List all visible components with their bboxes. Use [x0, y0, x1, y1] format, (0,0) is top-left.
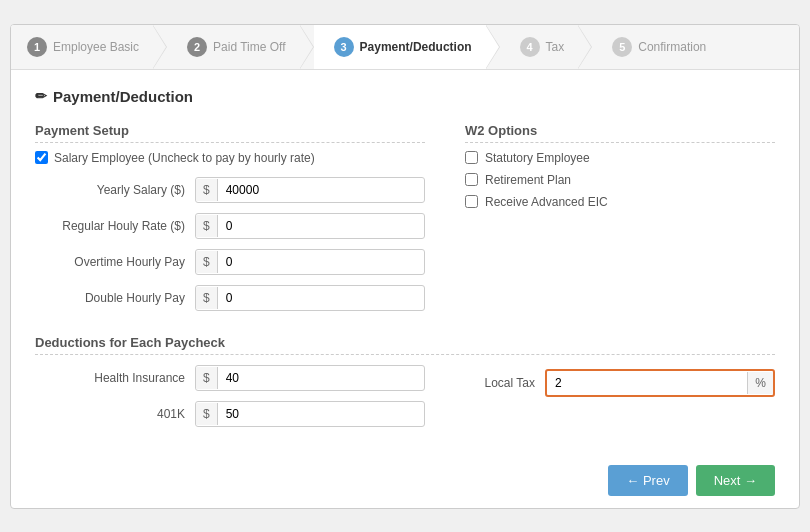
regular-hourly-row: Regular Houly Rate ($) $	[35, 213, 425, 239]
401k-input[interactable]	[218, 402, 424, 426]
yearly-salary-input[interactable]	[218, 178, 424, 202]
content-area: ✏ Payment/Deduction Payment Setup Salary…	[11, 70, 799, 453]
retirement-plan-checkbox[interactable]	[465, 173, 478, 186]
deductions-right: Local Tax %	[465, 365, 775, 437]
step-num-5: 5	[612, 37, 632, 57]
page-title-text: Payment/Deduction	[53, 88, 193, 105]
step-label-4: Tax	[546, 40, 565, 54]
double-hourly-input[interactable]	[218, 286, 424, 310]
local-tax-suffix: %	[747, 372, 773, 394]
pencil-icon: ✏	[35, 88, 47, 104]
regular-hourly-input-group: $	[195, 213, 425, 239]
401k-row: 401K $	[35, 401, 425, 427]
salary-checkbox-label: Salary Employee (Uncheck to pay by hourl…	[54, 151, 315, 165]
401k-prefix: $	[196, 403, 218, 425]
step-num-3: 3	[334, 37, 354, 57]
yearly-salary-label: Yearly Salary ($)	[35, 183, 195, 197]
advanced-eic-checkbox[interactable]	[465, 195, 478, 208]
retirement-plan-row: Retirement Plan	[465, 173, 775, 187]
wizard-steps: 1 Employee Basic 2 Paid Time Off 3 Payme…	[11, 25, 799, 70]
yearly-salary-prefix: $	[196, 179, 218, 201]
step-num-2: 2	[187, 37, 207, 57]
salary-checkbox-row: Salary Employee (Uncheck to pay by hourl…	[35, 151, 425, 165]
step-confirmation[interactable]: 5 Confirmation	[592, 25, 720, 69]
step-employee-basic[interactable]: 1 Employee Basic	[11, 25, 153, 69]
arrow-3	[486, 25, 500, 69]
statutory-employee-label: Statutory Employee	[485, 151, 590, 165]
health-insurance-input-group: $	[195, 365, 425, 391]
double-hourly-label: Double Hourly Pay	[35, 291, 195, 305]
double-hourly-row: Double Hourly Pay $	[35, 285, 425, 311]
statutory-employee-row: Statutory Employee	[465, 151, 775, 165]
step-num-4: 4	[520, 37, 540, 57]
advanced-eic-label: Receive Advanced EIC	[485, 195, 608, 209]
overtime-hourly-row: Overtime Hourly Pay $	[35, 249, 425, 275]
overtime-hourly-input[interactable]	[218, 250, 424, 274]
page-title: ✏ Payment/Deduction	[35, 88, 775, 105]
step-label-2: Paid Time Off	[213, 40, 285, 54]
deductions-left: Health Insurance $ 401K $	[35, 365, 425, 437]
401k-input-group: $	[195, 401, 425, 427]
salary-checkbox[interactable]	[35, 151, 48, 164]
advanced-eic-row: Receive Advanced EIC	[465, 195, 775, 209]
retirement-plan-label: Retirement Plan	[485, 173, 571, 187]
main-container: 1 Employee Basic 2 Paid Time Off 3 Payme…	[10, 24, 800, 509]
payment-setup-section: Payment Setup Salary Employee (Uncheck t…	[35, 123, 425, 321]
local-tax-input-group: %	[545, 369, 775, 397]
statutory-employee-checkbox[interactable]	[465, 151, 478, 164]
yearly-salary-row: Yearly Salary ($) $	[35, 177, 425, 203]
local-tax-input[interactable]	[547, 371, 747, 395]
next-button[interactable]: Next →	[696, 465, 775, 496]
step-label-1: Employee Basic	[53, 40, 139, 54]
arrow-4	[578, 25, 592, 69]
step-label-5: Confirmation	[638, 40, 706, 54]
step-paid-time-off[interactable]: 2 Paid Time Off	[167, 25, 299, 69]
deductions-section: Deductions for Each Paycheck Health Insu…	[35, 335, 775, 437]
w2-options-section: W2 Options Statutory Employee Retirement…	[465, 123, 775, 321]
step-payment-deduction[interactable]: 3 Payment/Deduction	[314, 25, 486, 69]
regular-hourly-prefix: $	[196, 215, 218, 237]
deductions-grid: Health Insurance $ 401K $	[35, 365, 775, 437]
double-hourly-input-group: $	[195, 285, 425, 311]
step-num-1: 1	[27, 37, 47, 57]
regular-hourly-label: Regular Houly Rate ($)	[35, 219, 195, 233]
local-tax-label: Local Tax	[465, 376, 545, 390]
health-insurance-prefix: $	[196, 367, 218, 389]
payment-setup-title: Payment Setup	[35, 123, 425, 143]
double-hourly-prefix: $	[196, 287, 218, 309]
w2-options-title: W2 Options	[465, 123, 775, 143]
regular-hourly-input[interactable]	[218, 214, 424, 238]
401k-label: 401K	[35, 407, 195, 421]
step-label-3: Payment/Deduction	[360, 40, 472, 54]
overtime-hourly-prefix: $	[196, 251, 218, 273]
yearly-salary-input-group: $	[195, 177, 425, 203]
health-insurance-row: Health Insurance $	[35, 365, 425, 391]
local-tax-row: Local Tax %	[465, 369, 775, 397]
health-insurance-label: Health Insurance	[35, 371, 195, 385]
health-insurance-input[interactable]	[218, 366, 424, 390]
overtime-hourly-label: Overtime Hourly Pay	[35, 255, 195, 269]
footer: ← Prev Next →	[11, 453, 799, 508]
arrow-2	[300, 25, 314, 69]
overtime-hourly-input-group: $	[195, 249, 425, 275]
arrow-1	[153, 25, 167, 69]
prev-button[interactable]: ← Prev	[608, 465, 687, 496]
two-col-layout: Payment Setup Salary Employee (Uncheck t…	[35, 123, 775, 321]
deductions-title: Deductions for Each Paycheck	[35, 335, 775, 355]
step-tax[interactable]: 4 Tax	[500, 25, 579, 69]
